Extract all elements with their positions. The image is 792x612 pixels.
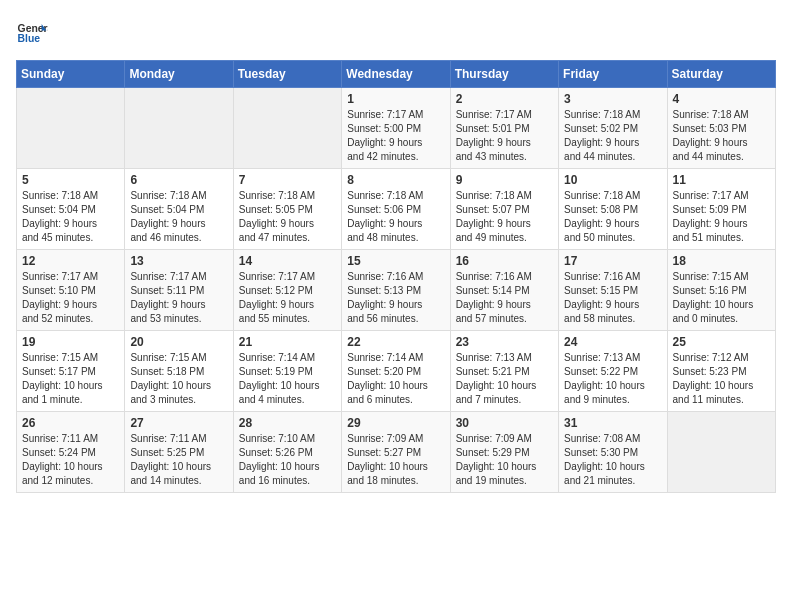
calendar-cell bbox=[17, 88, 125, 169]
day-number: 31 bbox=[564, 416, 661, 430]
day-number: 13 bbox=[130, 254, 227, 268]
calendar-cell: 31Sunrise: 7:08 AM Sunset: 5:30 PM Dayli… bbox=[559, 412, 667, 493]
weekday-header-saturday: Saturday bbox=[667, 61, 775, 88]
day-number: 25 bbox=[673, 335, 770, 349]
calendar-cell bbox=[233, 88, 341, 169]
day-number: 11 bbox=[673, 173, 770, 187]
day-number: 1 bbox=[347, 92, 444, 106]
day-number: 12 bbox=[22, 254, 119, 268]
calendar-week-row: 19Sunrise: 7:15 AM Sunset: 5:17 PM Dayli… bbox=[17, 331, 776, 412]
calendar-cell: 16Sunrise: 7:16 AM Sunset: 5:14 PM Dayli… bbox=[450, 250, 558, 331]
calendar-cell: 8Sunrise: 7:18 AM Sunset: 5:06 PM Daylig… bbox=[342, 169, 450, 250]
day-number: 16 bbox=[456, 254, 553, 268]
day-info: Sunrise: 7:18 AM Sunset: 5:07 PM Dayligh… bbox=[456, 189, 553, 245]
calendar-cell: 14Sunrise: 7:17 AM Sunset: 5:12 PM Dayli… bbox=[233, 250, 341, 331]
day-info: Sunrise: 7:18 AM Sunset: 5:04 PM Dayligh… bbox=[22, 189, 119, 245]
calendar-cell: 2Sunrise: 7:17 AM Sunset: 5:01 PM Daylig… bbox=[450, 88, 558, 169]
day-info: Sunrise: 7:09 AM Sunset: 5:27 PM Dayligh… bbox=[347, 432, 444, 488]
calendar-week-row: 12Sunrise: 7:17 AM Sunset: 5:10 PM Dayli… bbox=[17, 250, 776, 331]
calendar-cell: 20Sunrise: 7:15 AM Sunset: 5:18 PM Dayli… bbox=[125, 331, 233, 412]
calendar-cell: 25Sunrise: 7:12 AM Sunset: 5:23 PM Dayli… bbox=[667, 331, 775, 412]
calendar-cell: 26Sunrise: 7:11 AM Sunset: 5:24 PM Dayli… bbox=[17, 412, 125, 493]
calendar-cell: 13Sunrise: 7:17 AM Sunset: 5:11 PM Dayli… bbox=[125, 250, 233, 331]
day-info: Sunrise: 7:13 AM Sunset: 5:22 PM Dayligh… bbox=[564, 351, 661, 407]
day-info: Sunrise: 7:17 AM Sunset: 5:00 PM Dayligh… bbox=[347, 108, 444, 164]
day-info: Sunrise: 7:14 AM Sunset: 5:19 PM Dayligh… bbox=[239, 351, 336, 407]
day-number: 8 bbox=[347, 173, 444, 187]
day-number: 2 bbox=[456, 92, 553, 106]
calendar-cell: 21Sunrise: 7:14 AM Sunset: 5:19 PM Dayli… bbox=[233, 331, 341, 412]
weekday-header-sunday: Sunday bbox=[17, 61, 125, 88]
day-info: Sunrise: 7:17 AM Sunset: 5:09 PM Dayligh… bbox=[673, 189, 770, 245]
weekday-header-monday: Monday bbox=[125, 61, 233, 88]
day-number: 27 bbox=[130, 416, 227, 430]
calendar-cell: 1Sunrise: 7:17 AM Sunset: 5:00 PM Daylig… bbox=[342, 88, 450, 169]
day-info: Sunrise: 7:18 AM Sunset: 5:08 PM Dayligh… bbox=[564, 189, 661, 245]
day-info: Sunrise: 7:08 AM Sunset: 5:30 PM Dayligh… bbox=[564, 432, 661, 488]
weekday-header-tuesday: Tuesday bbox=[233, 61, 341, 88]
day-info: Sunrise: 7:15 AM Sunset: 5:17 PM Dayligh… bbox=[22, 351, 119, 407]
day-number: 17 bbox=[564, 254, 661, 268]
calendar-table: SundayMondayTuesdayWednesdayThursdayFrid… bbox=[16, 60, 776, 493]
day-number: 20 bbox=[130, 335, 227, 349]
calendar-cell bbox=[667, 412, 775, 493]
day-info: Sunrise: 7:16 AM Sunset: 5:13 PM Dayligh… bbox=[347, 270, 444, 326]
day-number: 6 bbox=[130, 173, 227, 187]
day-info: Sunrise: 7:16 AM Sunset: 5:14 PM Dayligh… bbox=[456, 270, 553, 326]
day-number: 10 bbox=[564, 173, 661, 187]
calendar-week-row: 26Sunrise: 7:11 AM Sunset: 5:24 PM Dayli… bbox=[17, 412, 776, 493]
weekday-header-wednesday: Wednesday bbox=[342, 61, 450, 88]
logo: General Blue bbox=[16, 16, 48, 48]
day-number: 29 bbox=[347, 416, 444, 430]
calendar-cell: 19Sunrise: 7:15 AM Sunset: 5:17 PM Dayli… bbox=[17, 331, 125, 412]
page-header: General Blue bbox=[16, 16, 776, 48]
day-info: Sunrise: 7:17 AM Sunset: 5:11 PM Dayligh… bbox=[130, 270, 227, 326]
calendar-cell: 27Sunrise: 7:11 AM Sunset: 5:25 PM Dayli… bbox=[125, 412, 233, 493]
day-number: 5 bbox=[22, 173, 119, 187]
day-info: Sunrise: 7:16 AM Sunset: 5:15 PM Dayligh… bbox=[564, 270, 661, 326]
calendar-cell: 18Sunrise: 7:15 AM Sunset: 5:16 PM Dayli… bbox=[667, 250, 775, 331]
day-info: Sunrise: 7:18 AM Sunset: 5:05 PM Dayligh… bbox=[239, 189, 336, 245]
day-number: 22 bbox=[347, 335, 444, 349]
calendar-cell: 24Sunrise: 7:13 AM Sunset: 5:22 PM Dayli… bbox=[559, 331, 667, 412]
calendar-cell: 28Sunrise: 7:10 AM Sunset: 5:26 PM Dayli… bbox=[233, 412, 341, 493]
day-number: 26 bbox=[22, 416, 119, 430]
calendar-cell: 3Sunrise: 7:18 AM Sunset: 5:02 PM Daylig… bbox=[559, 88, 667, 169]
day-info: Sunrise: 7:18 AM Sunset: 5:03 PM Dayligh… bbox=[673, 108, 770, 164]
day-info: Sunrise: 7:18 AM Sunset: 5:04 PM Dayligh… bbox=[130, 189, 227, 245]
calendar-cell: 5Sunrise: 7:18 AM Sunset: 5:04 PM Daylig… bbox=[17, 169, 125, 250]
logo-icon: General Blue bbox=[16, 16, 48, 48]
calendar-cell: 22Sunrise: 7:14 AM Sunset: 5:20 PM Dayli… bbox=[342, 331, 450, 412]
day-info: Sunrise: 7:14 AM Sunset: 5:20 PM Dayligh… bbox=[347, 351, 444, 407]
day-info: Sunrise: 7:18 AM Sunset: 5:06 PM Dayligh… bbox=[347, 189, 444, 245]
calendar-cell: 6Sunrise: 7:18 AM Sunset: 5:04 PM Daylig… bbox=[125, 169, 233, 250]
day-number: 23 bbox=[456, 335, 553, 349]
day-info: Sunrise: 7:12 AM Sunset: 5:23 PM Dayligh… bbox=[673, 351, 770, 407]
day-number: 7 bbox=[239, 173, 336, 187]
day-info: Sunrise: 7:15 AM Sunset: 5:16 PM Dayligh… bbox=[673, 270, 770, 326]
day-info: Sunrise: 7:11 AM Sunset: 5:24 PM Dayligh… bbox=[22, 432, 119, 488]
day-number: 3 bbox=[564, 92, 661, 106]
day-info: Sunrise: 7:17 AM Sunset: 5:10 PM Dayligh… bbox=[22, 270, 119, 326]
day-number: 9 bbox=[456, 173, 553, 187]
calendar-cell: 12Sunrise: 7:17 AM Sunset: 5:10 PM Dayli… bbox=[17, 250, 125, 331]
day-number: 21 bbox=[239, 335, 336, 349]
day-number: 19 bbox=[22, 335, 119, 349]
day-number: 30 bbox=[456, 416, 553, 430]
calendar-cell: 29Sunrise: 7:09 AM Sunset: 5:27 PM Dayli… bbox=[342, 412, 450, 493]
calendar-cell: 15Sunrise: 7:16 AM Sunset: 5:13 PM Dayli… bbox=[342, 250, 450, 331]
day-info: Sunrise: 7:13 AM Sunset: 5:21 PM Dayligh… bbox=[456, 351, 553, 407]
day-info: Sunrise: 7:17 AM Sunset: 5:01 PM Dayligh… bbox=[456, 108, 553, 164]
weekday-header-friday: Friday bbox=[559, 61, 667, 88]
calendar-cell: 11Sunrise: 7:17 AM Sunset: 5:09 PM Dayli… bbox=[667, 169, 775, 250]
day-number: 15 bbox=[347, 254, 444, 268]
weekday-header-thursday: Thursday bbox=[450, 61, 558, 88]
calendar-cell: 30Sunrise: 7:09 AM Sunset: 5:29 PM Dayli… bbox=[450, 412, 558, 493]
calendar-cell: 23Sunrise: 7:13 AM Sunset: 5:21 PM Dayli… bbox=[450, 331, 558, 412]
day-number: 14 bbox=[239, 254, 336, 268]
calendar-cell: 4Sunrise: 7:18 AM Sunset: 5:03 PM Daylig… bbox=[667, 88, 775, 169]
day-number: 18 bbox=[673, 254, 770, 268]
day-number: 28 bbox=[239, 416, 336, 430]
day-info: Sunrise: 7:09 AM Sunset: 5:29 PM Dayligh… bbox=[456, 432, 553, 488]
svg-text:Blue: Blue bbox=[18, 33, 41, 44]
